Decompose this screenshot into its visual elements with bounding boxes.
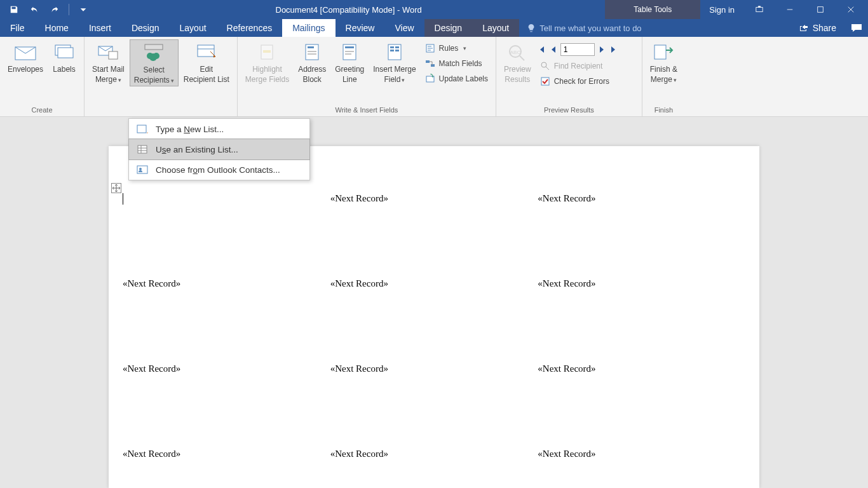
edit-list-icon (195, 41, 218, 64)
svg-line-39 (546, 67, 549, 70)
group-label-finish: Finish (646, 105, 681, 116)
new-list-icon (137, 123, 148, 135)
select-recipients-button[interactable]: Select Recipients▾ (130, 39, 179, 86)
title-bar: Document4 [Compatibility Mode] - Word Ta… (0, 0, 868, 19)
menu-outlook-contacts[interactable]: Choose from Outlook Contacts... (129, 159, 309, 180)
contextual-tab-label: Table Tools (605, 0, 700, 19)
highlight-merge-fields-button: Highlight Merge Fields (241, 39, 293, 85)
svg-rect-2 (818, 7, 824, 13)
check-errors-button[interactable]: Check for Errors (536, 75, 638, 88)
close-button[interactable] (836, 0, 865, 19)
table-move-handle[interactable] (111, 183, 121, 193)
redo-button[interactable] (46, 2, 64, 17)
tab-layout[interactable]: Layout (170, 19, 217, 37)
sign-in-button[interactable]: Sign in (700, 5, 743, 15)
menu-type-new-list[interactable]: Type a New List... (129, 119, 309, 139)
finish-merge-button[interactable]: Finish & Merge▾ (646, 39, 681, 85)
chevron-down-icon: ▾ (463, 45, 466, 51)
text-cursor (123, 193, 123, 205)
labels-icon (53, 41, 76, 64)
labels-button[interactable]: Labels (48, 39, 80, 75)
undo-button[interactable] (25, 2, 43, 17)
tab-table-design[interactable]: Design (424, 19, 473, 37)
lightbulb-icon (527, 24, 536, 32)
svg-rect-40 (541, 78, 549, 85)
ribbon-tabs: File Home Insert Design Layout Reference… (0, 19, 868, 37)
label-cell[interactable]: «Next Record» (123, 361, 330, 446)
start-mail-merge-button[interactable]: Start Mail Merge▾ (88, 39, 128, 85)
tab-file[interactable]: File (0, 19, 35, 37)
share-button[interactable]: Share (790, 19, 845, 37)
preview-icon: ABC (506, 41, 529, 64)
label-cell[interactable]: «Next Record» (330, 446, 538, 488)
label-cell[interactable]: «Next Record» (538, 276, 745, 361)
svg-rect-10 (145, 44, 163, 50)
ribbon: Envelopes Labels Create Start Mail Merge… (0, 37, 868, 117)
label-cell[interactable]: «Next Record» (330, 276, 538, 361)
svg-rect-43 (138, 146, 147, 153)
preview-results-button: ABC Preview Results (500, 39, 535, 85)
insert-merge-field-button[interactable]: Insert Merge Field▾ (369, 39, 419, 85)
tab-references[interactable]: References (217, 19, 283, 37)
greeting-line-button[interactable]: Greeting Line (331, 39, 368, 85)
label-cell[interactable]: «Next Record» (538, 361, 745, 446)
comments-button[interactable] (845, 19, 868, 37)
match-fields-button[interactable]: Match Fields (421, 57, 492, 70)
share-icon (799, 23, 809, 33)
svg-rect-47 (137, 166, 147, 173)
merge-field-icon (383, 41, 406, 64)
label-cell[interactable]: «Next Record» (330, 361, 538, 446)
envelopes-button[interactable]: Envelopes (4, 39, 47, 75)
tab-insert[interactable]: Insert (79, 19, 121, 37)
qat-customize-button[interactable] (74, 2, 92, 17)
label-cell[interactable]: «Next Record» (123, 276, 330, 361)
edit-recipient-list-button[interactable]: Edit Recipient List (180, 39, 233, 85)
group-label-preview: Preview Results (500, 105, 638, 116)
label-cell[interactable]: «Next Record» (538, 446, 745, 488)
table-row: «Next Record» «Next Record» «Next Record… (123, 276, 745, 361)
select-recipients-menu: Type a New List... Use an Existing List.… (128, 118, 310, 180)
tab-review[interactable]: Review (336, 19, 385, 37)
label-cell[interactable]: «Next Record» (330, 191, 538, 276)
last-record-button[interactable] (609, 44, 619, 55)
existing-list-icon (137, 144, 148, 155)
maximize-button[interactable] (806, 0, 835, 19)
update-labels-button[interactable]: Update Labels (421, 72, 492, 85)
recipients-icon (142, 41, 165, 64)
check-icon (540, 76, 550, 86)
svg-point-48 (139, 168, 142, 170)
minimize-button[interactable] (775, 0, 804, 19)
greeting-icon (338, 41, 361, 64)
svg-rect-23 (345, 46, 354, 48)
tab-design[interactable]: Design (121, 19, 170, 37)
mail-merge-icon (97, 41, 119, 64)
record-number-input[interactable] (560, 43, 595, 56)
svg-rect-0 (756, 8, 763, 12)
rules-icon (425, 43, 435, 53)
next-record-button[interactable] (597, 44, 607, 55)
prev-record-button[interactable] (548, 44, 559, 55)
qat-separator (69, 4, 69, 15)
label-cell[interactable] (123, 191, 330, 276)
chevron-down-icon: ▾ (118, 77, 121, 83)
tab-home[interactable]: Home (35, 19, 79, 37)
page[interactable]: «Next Record» «Next Record» «Next Record… (109, 146, 759, 488)
label-cell[interactable]: «Next Record» (538, 191, 745, 276)
tell-me-input[interactable]: Tell me what you want to do (519, 19, 789, 37)
svg-rect-17 (263, 50, 271, 53)
svg-rect-28 (395, 46, 399, 48)
address-block-button[interactable]: Address Block (294, 39, 330, 85)
svg-point-38 (541, 62, 546, 67)
ribbon-display-options-button[interactable] (745, 0, 774, 19)
menu-use-existing-list[interactable]: Use an Existing List... (128, 139, 310, 160)
svg-rect-9 (109, 51, 118, 59)
first-record-button[interactable] (536, 44, 546, 55)
rules-button[interactable]: Rules▾ (421, 42, 492, 55)
highlight-icon (255, 41, 278, 64)
tab-view[interactable]: View (384, 19, 424, 37)
label-cell[interactable]: «Next Record» (123, 446, 330, 488)
tab-table-layout[interactable]: Layout (472, 19, 519, 37)
match-fields-icon (425, 58, 435, 69)
save-button[interactable] (5, 2, 23, 17)
tab-mailings[interactable]: Mailings (282, 19, 335, 37)
